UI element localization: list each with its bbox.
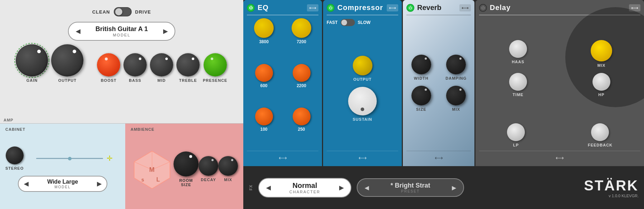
reverb-title: Reverb [417,4,441,12]
gain-knob[interactable] [16,44,48,76]
presence-label: PRESENCE [203,78,228,83]
delay-mix-group: MIX [562,40,640,68]
boost-knob[interactable] [97,53,120,76]
decay-label: DECAY [201,178,216,182]
fast-slow-row: FAST SLOW [327,19,398,26]
delay-haas-knob[interactable] [509,40,527,58]
stereo-knob[interactable] [6,146,24,164]
comp-power-btn[interactable]: ⏻ [327,4,335,12]
output-knob[interactable] [51,44,83,76]
fast-label: FAST [327,20,338,25]
reverb-damping-label: DAMPING [445,76,467,80]
model-sub: MODEL [84,33,160,37]
eq-band-250: 250 [284,108,318,148]
svg-text:M: M [149,166,155,173]
stark-maker: KLEVGR. [621,194,639,198]
comp-output-knob[interactable] [353,56,372,75]
comp-sustain-knob[interactable] [348,87,377,115]
delay-mix-knob[interactable] [591,40,612,61]
eq-band-600: 600 [247,64,281,104]
fx-section: ⏻ EQ ⟷ 3800 7200 [243,0,644,209]
model-selector: ◀ British Guitar A 1 MODEL ▶ [68,22,175,41]
presence-knob[interactable] [204,53,227,76]
ambience-section: AMBIENCE M s L [125,124,243,209]
eq-expand-btn[interactable]: ⟷ [307,4,318,11]
eq-knob-250[interactable] [293,108,311,125]
model-arrow-right[interactable]: ▶ [163,28,167,35]
preset-arrow-left[interactable]: ◀ [365,184,369,191]
reverb-size-knob[interactable] [411,86,431,105]
ambience-label: AMBIENCE [131,127,238,131]
eq-knob-2200[interactable] [293,64,311,82]
slider-thumb [68,157,72,160]
comp-expand-footer[interactable]: ⟷ [327,153,398,163]
bass-knob[interactable] [123,53,147,76]
preset-name: * Bright Strat [372,182,448,189]
eq-knob-3800[interactable] [254,18,274,38]
eq-expand-footer[interactable]: ⟷ [247,153,318,163]
stereo-group: STEREO [5,146,24,170]
delay-time-knob[interactable] [509,73,527,91]
toggle-knob [115,8,122,15]
delay-power-btn[interactable]: ⏻ [479,4,487,12]
delay-panel: ⏻ Delay ⟷ HAAS MIX [475,0,644,166]
mid-knob[interactable] [150,53,173,76]
ambience-mix-knob[interactable] [218,156,238,176]
stark-logo-text: STÄRK [584,178,639,194]
amp-label: AMP [0,117,243,123]
delay-lp-knob2[interactable] [507,123,525,141]
room-size-knob[interactable] [174,151,199,176]
clean-label: CLEAN [92,9,110,15]
delay-expand-footer[interactable]: ⟷ [479,153,640,163]
reverb-size-label: SIZE [416,107,426,111]
eq-power-btn[interactable]: ⏻ [247,4,255,12]
reverb-width-label: WIDTH [414,76,429,80]
delay-feedback-knob[interactable] [591,123,609,141]
output-group: OUTPUT [51,44,83,83]
delay-feedback-group: FEEDBACK [588,123,613,147]
reverb-width-knob[interactable] [411,55,431,74]
eq-knob-7200[interactable] [292,18,311,38]
reverb-power-btn[interactable]: ⏻ [406,4,414,12]
character-arrow-right[interactable]: ▶ [339,184,343,191]
delay-hp-group: HP [562,73,640,97]
treble-knob[interactable] [176,53,200,76]
eq-knob-600[interactable] [255,64,273,82]
eq-title: EQ [258,4,269,12]
stereo-label: STEREO [5,166,24,170]
cabinet-arrow-right[interactable]: ▶ [97,180,101,187]
treble-group: TREBLE [176,53,200,83]
reverb-expand-footer[interactable]: ⟷ [406,153,471,163]
eq-freq-100: 100 [260,127,267,132]
delay-feedback-label: FEEDBACK [588,143,613,147]
eq-freq-600: 600 [260,83,267,88]
amp-bottom: CABINET STEREO ✛ [0,123,243,209]
delay-time-label: TIME [513,93,523,97]
slider-track[interactable] [36,158,103,159]
comp-output-group: OUTPUT [353,56,372,81]
preset-arrow-right[interactable]: ▶ [452,184,456,191]
decay-knob[interactable] [199,156,218,176]
eq-freq-2200: 2200 [297,83,306,88]
eq-band-7200: 7200 [284,18,318,60]
reverb-damping-knob[interactable] [446,55,466,74]
model-arrow-left[interactable]: ◀ [76,28,80,35]
room-size-label: ROOM SIZE [179,178,193,187]
character-arrow-left[interactable]: ◀ [266,184,270,191]
eq-freq-3800: 3800 [259,39,269,44]
reverb-expand-btn[interactable]: ⟷ [459,4,471,11]
fast-slow-toggle[interactable] [341,19,355,26]
eq-knob-100[interactable] [255,108,273,125]
cabinet-arrow-left[interactable]: ◀ [24,180,28,187]
clean-drive-toggle[interactable] [114,7,132,16]
gain-group: GAIN [16,44,48,83]
delay-footer: ⟷ [479,151,640,163]
comp-expand-btn[interactable]: ⟷ [387,4,398,11]
delay-hp-knob[interactable] [592,73,610,91]
reverb-mix-knob[interactable] [446,86,466,105]
svg-text:s: s [141,177,144,183]
delay-mix-label: MIX [597,63,606,68]
comp-toggle-knob [341,20,347,25]
delay-hp-label: HP [598,93,604,97]
cabinet-model-selector: ◀ Wide Large MODEL ▶ [18,176,107,192]
